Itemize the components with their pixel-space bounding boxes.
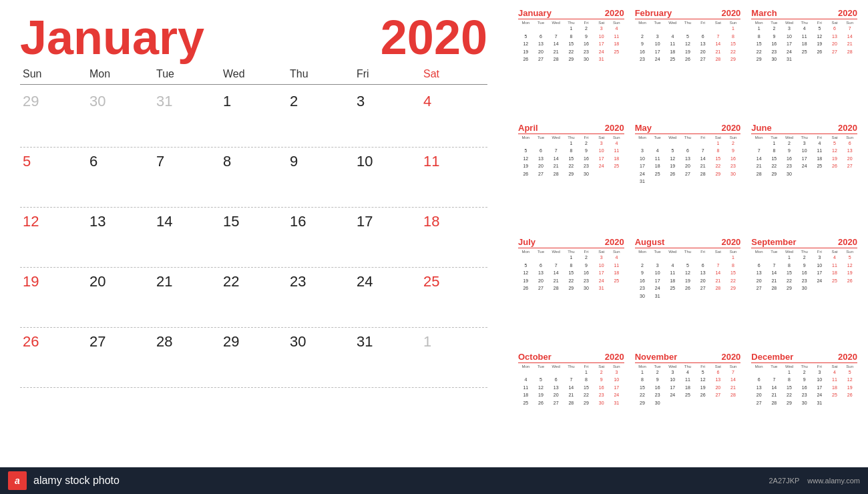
mini-dh: Tue	[533, 21, 549, 25]
jan-day-w3d6: 25	[421, 273, 487, 290]
january-header: January 2020	[20, 13, 487, 61]
mini-month-june: June	[751, 123, 771, 133]
day-header-mon: Mon	[87, 68, 154, 80]
mini-dh: Sun	[609, 250, 624, 254]
alamy-brand-text: alamy stock photo	[33, 475, 120, 487]
alamy-logo: a	[8, 471, 27, 490]
mini-dh: Wed	[665, 364, 680, 368]
mini-year-february: 2020	[721, 8, 740, 18]
jan-day-w2d1: 13	[87, 213, 154, 230]
mini-cal-february: February2020MonTueWedThuFriSatSun1234567…	[631, 5, 745, 117]
jan-day-w3d4: 23	[287, 273, 354, 290]
mini-dh: Fri	[579, 21, 594, 25]
jan-day-w1d5: 10	[354, 153, 421, 170]
january-month-name: January	[20, 13, 204, 61]
jan-day-w4d5: 31	[354, 333, 421, 350]
jan-day-w3d2: 21	[154, 273, 220, 290]
jan-day-w0d4: 2	[287, 93, 354, 110]
mini-dh: Sat	[710, 364, 726, 368]
mini-dh: Wed	[782, 136, 797, 140]
day-header-thu: Thu	[287, 68, 354, 80]
jan-day-w1d6: 11	[421, 153, 487, 170]
mini-dh: Tue	[650, 21, 665, 25]
mini-dh: Sat	[827, 250, 843, 254]
mini-dh: Mon	[635, 21, 650, 25]
jan-day-w1d4: 9	[287, 153, 354, 170]
jan-day-w1d3: 8	[220, 153, 287, 170]
mini-dh: Mon	[518, 21, 533, 25]
mini-dh: Mon	[751, 364, 767, 368]
mini-dh: Fri	[812, 250, 827, 254]
jan-day-w2d3: 15	[220, 213, 287, 230]
mini-dh: Tue	[767, 21, 782, 25]
mini-dh: Tue	[650, 364, 665, 368]
jan-day-w0d3: 1	[220, 93, 287, 110]
day-header-tue: Tue	[154, 68, 220, 80]
mini-dh: Fri	[579, 364, 594, 368]
bottom-bar: a alamy stock photo 2A27JKP www.alamy.co…	[0, 467, 868, 494]
mini-dh: Tue	[533, 250, 549, 254]
mini-row-2: July2020MonTueWedThuFriSatSun12345678910…	[514, 234, 861, 346]
mini-year-april: 2020	[605, 123, 624, 133]
mini-month-september: September	[751, 237, 796, 247]
mini-dh: Tue	[650, 136, 665, 140]
alamy-logo-text: a	[15, 475, 20, 486]
mini-dh: Sun	[842, 364, 857, 368]
mini-dh: Fri	[695, 136, 710, 140]
mini-cal-december: December2020MonTueWedThuFriSatSun1234567…	[747, 349, 861, 461]
jan-day-w4d3: 29	[220, 333, 287, 350]
mini-dh: Tue	[767, 136, 782, 140]
jan-day-w4d2: 28	[154, 333, 220, 350]
jan-day-w0d1: 30	[87, 93, 154, 110]
mini-dh: Wed	[548, 364, 564, 368]
january-day-headers: Sun Mon Tue Wed Thu Fri Sat	[20, 68, 487, 85]
mini-dh: Thu	[797, 250, 812, 254]
january-year: 2020	[381, 13, 487, 61]
jan-day-w4d0: 26	[20, 333, 87, 350]
mini-dh: Fri	[695, 364, 710, 368]
day-header-sat: Sat	[421, 68, 487, 80]
mini-dh: Tue	[533, 364, 549, 368]
mini-month-december: December	[751, 352, 793, 362]
mini-dh: Fri	[695, 21, 710, 25]
mini-cal-june: June2020MonTueWedThuFriSatSun12345678910…	[747, 120, 861, 232]
mini-row-3: October2020MonTueWedThuFriSatSun12345678…	[514, 349, 861, 461]
mini-month-may: May	[635, 123, 652, 133]
jan-day-w3d3: 22	[220, 273, 287, 290]
jan-day-w4d6: 1	[421, 333, 487, 350]
mini-dh: Thu	[680, 21, 696, 25]
jan-day-w3d1: 20	[87, 273, 154, 290]
jan-day-w2d5: 17	[354, 213, 421, 230]
mini-cal-april: April2020MonTueWedThuFriSatSun1234567891…	[514, 120, 628, 232]
mini-dh: Fri	[812, 136, 827, 140]
mini-dh: Sun	[609, 21, 624, 25]
mini-dh: Wed	[665, 21, 680, 25]
january-week-0: 2930311234	[20, 87, 487, 148]
mini-dh: Wed	[548, 21, 564, 25]
mini-dh: Mon	[751, 21, 767, 25]
mini-year-december: 2020	[838, 352, 857, 362]
mini-dh: Thu	[564, 364, 579, 368]
january-week-1: 567891011	[20, 148, 487, 208]
mini-cal-march: March2020MonTueWedThuFriSatSun1234567891…	[747, 5, 861, 117]
mini-cal-october: October2020MonTueWedThuFriSatSun12345678…	[514, 349, 628, 461]
mini-year-august: 2020	[721, 237, 740, 247]
mini-dh: Sun	[609, 136, 624, 140]
mini-dh: Sun	[842, 21, 857, 25]
mini-cal-july: July2020MonTueWedThuFriSatSun12345678910…	[514, 234, 628, 346]
mini-dh: Mon	[751, 136, 767, 140]
jan-day-w0d2: 31	[154, 93, 220, 110]
mini-dh: Sat	[594, 250, 609, 254]
mini-cal-january: January2020MonTueWedThuFriSatSun12345678…	[514, 5, 628, 117]
mini-dh: Mon	[635, 364, 650, 368]
alamy-code: 2A27JKP www.alamy.com	[769, 477, 860, 485]
jan-day-w0d5: 3	[354, 93, 421, 110]
jan-day-w2d4: 16	[287, 213, 354, 230]
january-week-4: 2627282930311	[20, 328, 487, 388]
mini-dh: Sat	[827, 136, 843, 140]
mini-dh: Thu	[680, 364, 696, 368]
mini-dh: Thu	[797, 21, 812, 25]
mini-month-april: April	[518, 123, 538, 133]
mini-dh: Tue	[650, 250, 665, 254]
mini-cal-august: August2020MonTueWedThuFriSatSun123456789…	[631, 234, 745, 346]
